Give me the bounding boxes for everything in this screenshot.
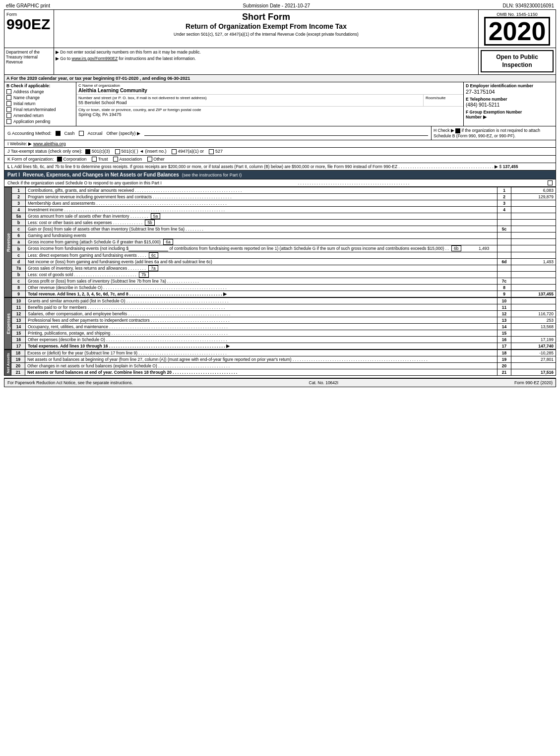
checkbox-other-wrap[interactable]: Other — [147, 157, 165, 162]
checkbox-501c3-wrap[interactable]: 501(c)(3) — [85, 149, 111, 154]
checkbox-4947-wrap[interactable]: 4947(a)(1) or — [172, 149, 205, 154]
line20-desc: Other changes in net assets or fund bala… — [25, 363, 498, 369]
checkbox-assoc-wrap[interactable]: Association — [113, 157, 143, 162]
line-num-6: 6 — [12, 233, 26, 239]
line5b-ref — [498, 220, 511, 226]
line-num-15: 15 — [12, 330, 26, 337]
line1-ref: 1 — [498, 187, 511, 194]
website-url[interactable]: www.aleithia.org — [33, 141, 66, 146]
table-row: b Less: cost or other basis and sales ex… — [4, 220, 556, 226]
line16-ref: 16 — [498, 337, 511, 343]
check-amended-return[interactable]: Amended return — [6, 113, 74, 118]
checkbox-assoc — [113, 157, 118, 162]
line20-ref: 20 — [498, 363, 511, 369]
f-label: F Group Exemption NumberNumber ▶ — [466, 110, 554, 119]
table-row: 20 Other changes in net assets or fund b… — [4, 363, 556, 369]
footer-center: Cat. No. 10642I — [309, 380, 339, 385]
line6b-desc: Gross income from fundraising events (no… — [26, 245, 498, 252]
line16-value: 17,199 — [511, 337, 556, 343]
line6c-value — [511, 252, 556, 259]
checkbox-trust-wrap[interactable]: Trust — [92, 157, 109, 162]
line-num-12: 12 — [12, 311, 26, 317]
checkbox-cash[interactable] — [56, 131, 61, 136]
table-row: 17 Total expenses. Add lines 10 through … — [4, 343, 556, 349]
check-final-return[interactable]: Final return/terminated — [6, 107, 74, 112]
check-initial-return[interactable]: Initial return — [6, 101, 74, 106]
part1-checkbox[interactable] — [548, 180, 553, 185]
line-num-7c: c — [12, 278, 26, 285]
net-assets-side-label: Net Assets — [4, 350, 11, 376]
room-label: Room/suite — [426, 96, 461, 100]
part1-check-row: Check if the organization used Schedule … — [4, 179, 556, 187]
line1-value: 6,083 — [511, 187, 556, 194]
line-num-5c: c — [12, 226, 26, 233]
table-row: c Gross profit or (loss) from sales of i… — [4, 278, 556, 285]
line11-desc: Benefits paid to or for members . . . . … — [26, 304, 498, 311]
line-num-14: 14 — [12, 324, 26, 330]
line6-value — [511, 233, 556, 239]
revenue-side-label: Revenue — [4, 187, 12, 297]
line5b-value — [511, 220, 556, 226]
line5b-desc: Less: cost or other basis and sales expe… — [26, 220, 498, 226]
table-row: 19 Net assets or fund balances at beginn… — [4, 356, 556, 363]
527-label: 527 — [215, 149, 223, 154]
line15-desc: Printing, publications, postage, and shi… — [26, 330, 498, 337]
check-application-pending[interactable]: Application pending — [6, 119, 74, 124]
top-bar: efile GRAPHIC print Submission Date - 20… — [4, 2, 556, 10]
line6c-ref — [498, 252, 511, 259]
checkbox-h[interactable] — [455, 128, 460, 133]
line-num-8: 8 — [12, 285, 26, 291]
line18-value: -10,285 — [511, 350, 556, 356]
line12-ref: 12 — [498, 311, 511, 317]
line14-desc: Occupancy, rent, utilities, and maintena… — [26, 324, 498, 330]
tax-exempt-row: J Tax-exempt status (check only one): 50… — [4, 148, 556, 156]
line-num-4: 4 — [12, 207, 26, 213]
part1-check-dots: . . . . . . . . . . . . . . . . . . . . … — [298, 180, 409, 185]
line12-value: 116,720 — [511, 311, 556, 317]
open-public-box: Open to Public Inspection — [481, 50, 554, 72]
checkbox-corp-wrap[interactable]: Corporation — [57, 157, 88, 162]
line-num-5a: 5a — [12, 213, 26, 220]
line14-value: 13,568 — [511, 324, 556, 330]
checkbox-application-pending — [6, 119, 11, 124]
checkbox-527 — [209, 149, 214, 154]
line-num-19: 19 — [11, 356, 25, 363]
line9-ref: 9 — [498, 291, 511, 297]
checkbox-other — [147, 157, 152, 162]
line-num-18: 18 — [11, 350, 25, 356]
phone-value: (484) 901-5211 — [466, 102, 554, 108]
line10-desc: Grants and similar amounts paid (list in… — [26, 298, 498, 304]
footer: For Paperwork Reduction Act Notice, see … — [4, 378, 556, 387]
check-address-change[interactable]: Address change — [6, 89, 74, 94]
org-name: Aleithia Learning Community — [78, 88, 461, 93]
line19-value: 27,801 — [511, 356, 556, 363]
501c3-label: 501(c)(3) — [92, 149, 111, 154]
line-num-1: 1 — [12, 187, 26, 194]
part1-see-instructions: (see the instructions for Part I) — [182, 173, 242, 177]
line-num-9: 9 — [12, 291, 26, 297]
net-assets-table: Net Assets 18 Excess or (deficit) for th… — [4, 349, 556, 376]
line7b-ref — [498, 272, 511, 278]
line6c-desc: Less: direct expenses from gaming and fu… — [26, 252, 498, 259]
checkbox-527-wrap[interactable]: 527 — [209, 149, 223, 154]
footer-left: For Paperwork Reduction Act Notice, see … — [7, 380, 133, 385]
checkbox-501c — [115, 149, 120, 154]
org-address: 55 Bertolet School Road — [78, 100, 421, 105]
check-name-change[interactable]: Name change — [6, 95, 74, 100]
line6a-ref — [498, 239, 511, 245]
table-row: c Gain or (loss) from sale of assets oth… — [4, 226, 556, 233]
i-label: I Website: ▶ — [7, 141, 32, 146]
tax-year: 2020 — [484, 17, 551, 46]
line4-value — [511, 207, 556, 213]
line5a-value — [511, 213, 556, 220]
line18-ref: 18 — [498, 350, 511, 356]
table-row: 3 Membership dues and assessments . . . … — [4, 200, 556, 207]
checkbox-accrual[interactable] — [79, 131, 84, 136]
table-row: 8 Other revenue (describe in Schedule O)… — [4, 285, 556, 291]
name-change-label: Name change — [13, 95, 40, 100]
table-row: 9 Total revenue. Add lines 1, 2, 3, 4, 5… — [4, 291, 556, 297]
checkbox-501c-wrap[interactable]: 501(c)( ) ◄ (insert no.) — [115, 149, 168, 154]
line7c-desc: Gross profit or (loss) from sales of inv… — [26, 278, 498, 285]
line-num-6a: a — [12, 239, 26, 245]
line-num-3: 3 — [12, 200, 26, 207]
